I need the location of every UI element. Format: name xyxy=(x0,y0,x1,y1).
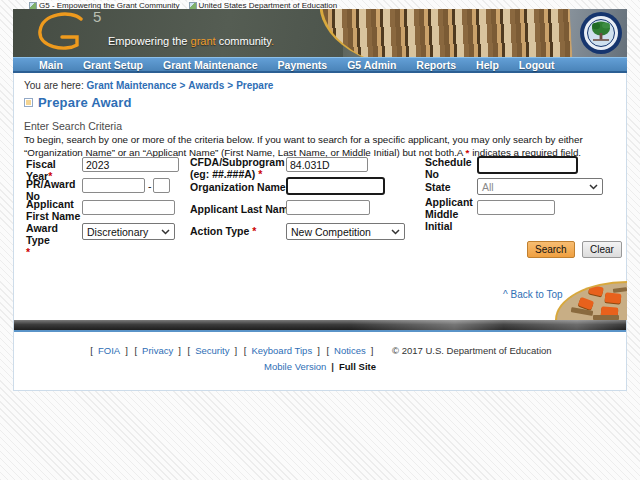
prepare-award-icon xyxy=(24,98,33,107)
applicant-middle-initial-input[interactable] xyxy=(477,200,555,215)
copyright-text: © 2017 U.S. Department of Education xyxy=(392,345,552,356)
schedule-no-label: Schedule No xyxy=(425,157,477,181)
classroom-chairs-image xyxy=(555,281,627,320)
cfda-subprogram-label: CFDA/Subprogram (eg: ##.###A) * xyxy=(190,157,292,181)
state-select[interactable]: All xyxy=(477,178,603,195)
applicant-last-name-input[interactable] xyxy=(286,200,370,215)
chevron-down-icon xyxy=(391,229,400,235)
banner-tagline: Empowering the grant community. xyxy=(108,35,274,47)
library-bookshelf-image xyxy=(319,9,572,57)
organization-name-input[interactable] xyxy=(286,177,385,195)
applicant-last-name-label: Applicant Last Name xyxy=(190,204,300,216)
schedule-no-input[interactable] xyxy=(477,156,578,174)
footer-blue-line xyxy=(14,330,626,332)
footer-links: [FOIA] [Privacy] [Security] [Keyboard Ti… xyxy=(14,345,626,356)
g5-logo-five: 5 xyxy=(93,9,101,25)
footer-divider-bar xyxy=(14,320,626,330)
breadcrumb-prefix: You are here: xyxy=(24,80,84,91)
footer-link-foia[interactable]: FOIA xyxy=(98,345,120,356)
content-area: You are here: Grant Maintenance>Awards>P… xyxy=(13,73,627,391)
award-type-label: Award Type* xyxy=(26,223,84,258)
section-heading: Enter Search Criteria xyxy=(24,120,122,132)
organization-name-label: Organization Name xyxy=(190,182,292,194)
header-banner: 5 Empowering the grant community. xyxy=(13,9,627,57)
footer-link-security[interactable]: Security xyxy=(195,345,229,356)
breadcrumb: You are here: Grant Maintenance>Awards>P… xyxy=(24,80,273,91)
footer-site-mode: Mobile Version|Full Site xyxy=(14,361,626,372)
nav-reports[interactable]: Reports xyxy=(406,59,466,71)
page-title: Prepare Award xyxy=(38,95,132,110)
nav-main[interactable]: Main xyxy=(29,59,73,71)
nav-grant-maintenance[interactable]: Grant Maintenance xyxy=(153,59,268,71)
state-label: State xyxy=(425,182,477,194)
g5-application-window: G5 - Empowering the Grant Community Unit… xyxy=(13,0,627,391)
pr-award-dash: - xyxy=(148,180,152,192)
g5-logo-icon xyxy=(29,12,91,57)
applicant-first-name-label: Applicant First Name xyxy=(26,199,82,223)
chevron-down-icon xyxy=(589,184,598,190)
breadcrumb-awards[interactable]: Awards xyxy=(188,80,224,91)
action-type-label: Action Type * xyxy=(190,226,300,238)
applicant-middle-initial-label: Applicant Middle Initial xyxy=(425,197,475,232)
applicant-first-name-input[interactable] xyxy=(82,200,175,215)
back-to-top-link[interactable]: ^ Back to Top xyxy=(503,289,563,300)
breadcrumb-separator: > xyxy=(180,80,186,91)
chevron-down-icon xyxy=(161,229,170,235)
footer-pipe: | xyxy=(331,361,334,372)
footer-link-notices[interactable]: Notices xyxy=(334,345,366,356)
pr-award-suffix-input[interactable] xyxy=(153,178,170,193)
fiscal-year-input[interactable] xyxy=(82,157,179,172)
cfda-subprogram-input[interactable] xyxy=(286,157,368,172)
full-site-label: Full Site xyxy=(339,361,376,372)
pr-award-no-input[interactable] xyxy=(82,178,145,193)
breadcrumb-separator: > xyxy=(227,80,233,91)
nav-grant-setup[interactable]: Grant Setup xyxy=(73,59,153,71)
footer-link-keyboard-tips[interactable]: Keyboard Tips xyxy=(251,345,312,356)
nav-payments[interactable]: Payments xyxy=(268,59,338,71)
breadcrumb-grant-maintenance[interactable]: Grant Maintenance xyxy=(86,80,176,91)
award-type-select[interactable]: Discretionary xyxy=(82,223,175,240)
footer-link-privacy[interactable]: Privacy xyxy=(142,345,173,356)
nav-logout[interactable]: Logout xyxy=(509,59,565,71)
mobile-version-link[interactable]: Mobile Version xyxy=(264,361,326,372)
nav-g5-admin[interactable]: G5 Admin xyxy=(337,59,406,71)
dept-of-education-seal-icon xyxy=(579,11,623,55)
action-type-select[interactable]: New Competition xyxy=(286,223,405,240)
search-button[interactable]: Search xyxy=(527,241,575,258)
nav-help[interactable]: Help xyxy=(466,59,509,71)
main-navigation: Main Grant Setup Grant Maintenance Payme… xyxy=(13,57,627,73)
clear-button[interactable]: Clear xyxy=(582,241,622,258)
breadcrumb-prepare[interactable]: Prepare xyxy=(236,80,273,91)
